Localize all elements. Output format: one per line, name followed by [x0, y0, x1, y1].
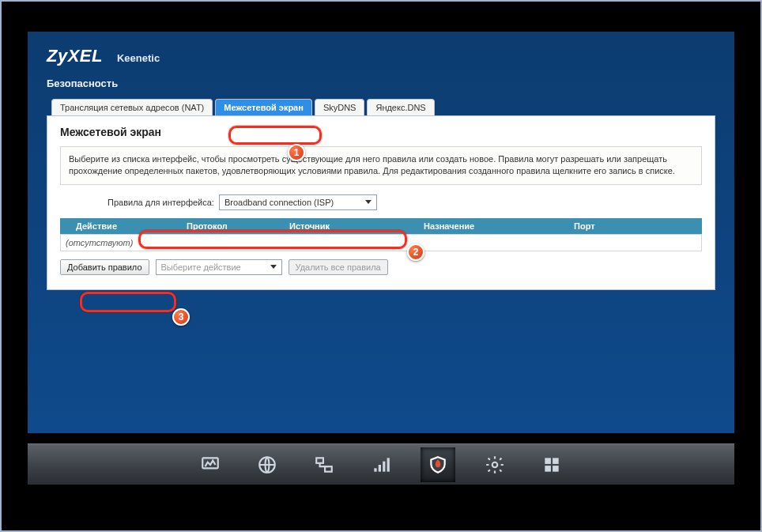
apps-icon[interactable]	[534, 447, 569, 482]
col-source: Источник	[289, 221, 424, 231]
tab-nat[interactable]: Трансляция сетевых адресов (NAT)	[51, 99, 213, 115]
svg-rect-4	[374, 468, 376, 471]
svg-rect-11	[545, 466, 551, 472]
rules-table-header: Действие Протокол Источник Назначение По…	[60, 218, 702, 234]
svg-rect-5	[379, 465, 381, 472]
firewall-panel: Межсетевой экран Выберите из списка инте…	[47, 116, 715, 290]
gear-icon[interactable]	[477, 447, 512, 482]
interface-select-value: Broadband connection (ISP)	[224, 198, 334, 207]
tab-firewall[interactable]: Межсетевой экран	[215, 99, 312, 115]
svg-rect-10	[553, 458, 559, 464]
col-action: Действие	[76, 221, 187, 231]
info-text: Выберите из списка интерфейс, чтобы прос…	[60, 146, 702, 185]
interface-selector-row: Правила для интерфейса: Broadband connec…	[108, 194, 702, 210]
monitor-icon[interactable]	[193, 447, 228, 482]
tab-yandexdns[interactable]: Яндекс.DNS	[367, 99, 434, 115]
action-row: Добавить правило Выберите действие Удали…	[60, 259, 702, 275]
chevron-down-icon	[365, 200, 372, 204]
chevron-down-icon	[270, 265, 277, 269]
globe-icon[interactable]	[250, 447, 285, 482]
panel-heading: Межсетевой экран	[60, 126, 702, 138]
delete-all-button[interactable]: Удалить все правила	[289, 259, 388, 275]
action-select[interactable]: Выберите действие	[156, 259, 282, 275]
header: ZyXEL Keenetic	[47, 46, 715, 66]
svg-point-8	[492, 462, 498, 467]
page-body: ZyXEL Keenetic Безопасность Трансляция с…	[28, 32, 734, 433]
svg-rect-6	[383, 461, 385, 471]
wifi-icon[interactable]	[364, 447, 398, 482]
tab-bar: Трансляция сетевых адресов (NAT) Межсете…	[47, 97, 715, 116]
tab-skydns[interactable]: SkyDNS	[315, 99, 365, 115]
add-rule-button[interactable]: Добавить правило	[60, 259, 149, 275]
bottom-toolbar	[28, 443, 734, 485]
col-destination: Назначение	[424, 221, 574, 231]
firewall-icon[interactable]	[421, 447, 455, 482]
interface-label: Правила для интерфейса:	[108, 198, 214, 207]
svg-rect-9	[545, 458, 551, 464]
brand-logo: ZyXEL	[47, 46, 103, 66]
interface-select[interactable]: Broadband connection (ISP)	[219, 194, 377, 210]
svg-rect-2	[316, 458, 323, 463]
action-select-placeholder: Выберите действие	[161, 262, 241, 272]
col-protocol: Протокол	[187, 221, 289, 231]
rules-table-empty: (отсутствуют)	[60, 234, 702, 251]
section-title: Безопасность	[47, 77, 715, 89]
network-icon[interactable]	[307, 447, 341, 482]
svg-rect-0	[202, 458, 218, 468]
svg-rect-12	[553, 466, 559, 472]
col-port: Порт	[574, 221, 669, 231]
product-name: Keenetic	[117, 52, 160, 64]
window-frame: ZyXEL Keenetic Безопасность Трансляция с…	[0, 0, 762, 532]
svg-rect-7	[387, 458, 390, 471]
